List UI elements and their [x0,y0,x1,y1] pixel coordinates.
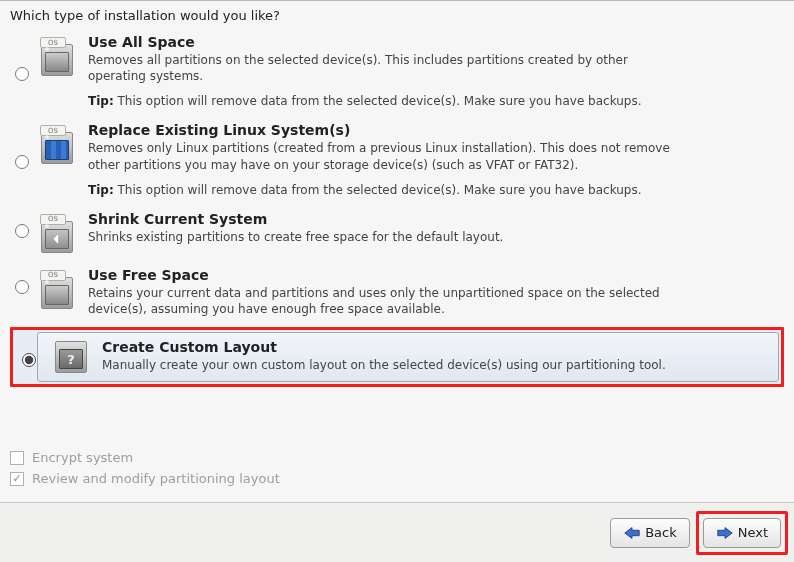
tip-text: This option will remove data from the se… [118,94,642,108]
check-label: Review and modify partitioning layout [32,471,280,486]
back-label: Back [645,525,677,540]
disk-icon: OS [41,277,73,309]
option-title: Use All Space [88,34,784,50]
check-review-layout[interactable]: ✓ Review and modify partitioning layout [10,471,280,486]
arrow-left-icon [623,526,641,540]
next-button[interactable]: Next [703,518,781,548]
option-desc: Removes all partitions on the selected d… [88,52,688,84]
option-create-custom-layout[interactable]: ? Create Custom Layout Manually create y… [10,327,784,387]
back-button[interactable]: Back [610,518,690,548]
option-title: Create Custom Layout [102,339,770,355]
option-shrink-system[interactable]: OS Shrink Current System Shrinks existin… [10,207,784,263]
footer: Back Next [0,502,794,562]
checkbox-icon[interactable]: ✓ [10,472,24,486]
top-divider [0,0,794,1]
radio-replace-linux[interactable] [15,155,29,169]
option-title: Use Free Space [88,267,784,283]
option-replace-linux[interactable]: OS Replace Existing Linux System(s) Remo… [10,118,784,206]
option-desc: Retains your current data and partitions… [88,285,688,317]
install-options: OS Use All Space Removes all partitions … [10,30,784,387]
os-tag-icon: OS [40,125,66,136]
check-encrypt-system[interactable]: Encrypt system [10,450,280,465]
arrow-right-icon [716,526,734,540]
option-desc: Removes only Linux partitions (created f… [88,140,688,172]
disk-icon: ? [55,341,87,373]
option-title: Shrink Current System [88,211,784,227]
radio-use-all-space[interactable] [15,67,29,81]
option-tip: Tip: This option will remove data from t… [88,183,784,197]
tip-label: Tip: [88,183,114,197]
next-label: Next [738,525,768,540]
os-tag-icon: OS [40,37,66,48]
radio-use-free-space[interactable] [15,280,29,294]
arrow-left-icon [45,229,69,249]
option-desc: Shrinks existing partitions to create fr… [88,229,688,245]
os-tag-icon: OS [40,270,66,281]
arrow-left-icon [51,233,63,245]
option-use-all-space[interactable]: OS Use All Space Removes all partitions … [10,30,784,118]
disk-icon: OS [41,132,73,164]
option-title: Replace Existing Linux System(s) [88,122,784,138]
checkbox-icon[interactable] [10,451,24,465]
install-checks: Encrypt system ✓ Review and modify parti… [10,450,280,486]
tip-text: This option will remove data from the se… [118,183,642,197]
option-use-free-space[interactable]: OS Use Free Space Retains your current d… [10,263,784,327]
option-tip: Tip: This option will remove data from t… [88,94,784,108]
radio-shrink-system[interactable] [15,224,29,238]
next-button-highlight: Next [696,511,788,555]
option-desc: Manually create your own custom layout o… [102,357,702,373]
disk-icon: OS [41,221,73,253]
question-icon: ? [59,349,83,369]
tip-label: Tip: [88,94,114,108]
check-label: Encrypt system [32,450,133,465]
os-tag-icon: OS [40,214,66,225]
radio-create-custom-layout[interactable] [22,353,36,367]
page-title: Which type of installation would you lik… [10,8,280,23]
disk-icon: OS [41,44,73,76]
